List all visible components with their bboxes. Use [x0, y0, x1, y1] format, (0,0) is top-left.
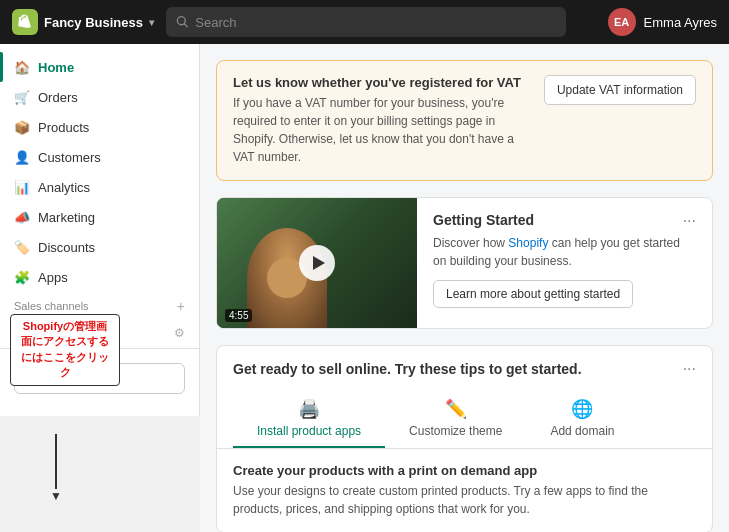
brand-chevron-icon: ▾ [149, 17, 154, 28]
top-navigation: Fancy Business ▾ EA Emma Ayres [0, 0, 729, 44]
sidebar-item-apps[interactable]: 🧩 Apps [0, 262, 199, 292]
update-vat-button[interactable]: Update VAT information [544, 75, 696, 105]
brand-name: Fancy Business [44, 15, 143, 30]
learn-more-button[interactable]: Learn more about getting started [433, 280, 633, 308]
search-bar[interactable] [166, 7, 566, 37]
tips-menu-dots[interactable]: ··· [683, 360, 696, 378]
customers-icon: 👤 [14, 149, 30, 165]
main-layout: 🏠 Home 🛒 Orders 📦 Products 👤 Customers 📊… [0, 44, 729, 532]
tips-card: Get ready to sell online. Try these tips… [216, 345, 713, 532]
sidebar-item-products[interactable]: 📦 Products [0, 112, 199, 142]
tab-customize-theme-label: Customize theme [409, 424, 502, 438]
tab-install-apps[interactable]: 🖨️ Install product apps [233, 390, 385, 448]
annotation-text: Shopifyの管理画面にアクセスするにはここをクリック [10, 314, 120, 386]
products-icon: 📦 [14, 119, 30, 135]
tips-content-title: Create your products with a print on dem… [233, 463, 696, 478]
getting-started-text: Getting Started ··· Discover how Shopify… [417, 198, 712, 328]
sidebar-label-analytics: Analytics [38, 180, 90, 195]
add-sales-channel-btn[interactable]: + [177, 298, 185, 314]
add-domain-icon: 🌐 [571, 398, 593, 420]
sidebar-label-marketing: Marketing [38, 210, 95, 225]
vat-desc: If you have a VAT number for your busine… [233, 94, 532, 166]
sidebar-label-customers: Customers [38, 150, 101, 165]
customize-theme-icon: ✏️ [445, 398, 467, 420]
card-header: Getting Started ··· [433, 212, 696, 234]
username: Emma Ayres [644, 15, 717, 30]
nav-right: EA Emma Ayres [608, 8, 717, 36]
getting-started-title: Getting Started [433, 212, 534, 228]
sales-channels-label: Sales channels [14, 300, 89, 312]
sidebar-label-home: Home [38, 60, 74, 75]
tips-tabs: 🖨️ Install product apps ✏️ Customize the… [217, 390, 712, 449]
tips-content-text: Use your designs to create custom printe… [233, 482, 696, 518]
tips-content: Create your products with a print on dem… [217, 449, 712, 532]
tab-install-apps-label: Install product apps [257, 424, 361, 438]
card-menu-dots[interactable]: ··· [683, 212, 696, 230]
getting-started-card: 4:55 Getting Started ··· Discover how Sh… [216, 197, 713, 329]
analytics-icon: 📊 [14, 179, 30, 195]
tab-add-domain-label: Add domain [550, 424, 614, 438]
apps-icon: 🧩 [14, 269, 30, 285]
online-store-settings-icon[interactable]: ⚙ [174, 326, 185, 340]
tips-header: Get ready to sell online. Try these tips… [217, 346, 712, 378]
sidebar-item-analytics[interactable]: 📊 Analytics [0, 172, 199, 202]
sidebar-label-apps: Apps [38, 270, 68, 285]
brand-area[interactable]: Fancy Business ▾ [12, 9, 154, 35]
shopify-logo [12, 9, 38, 35]
home-icon: 🏠 [14, 59, 30, 75]
install-apps-icon: 🖨️ [298, 398, 320, 420]
sidebar-item-orders[interactable]: 🛒 Orders [0, 82, 199, 112]
orders-icon: 🛒 [14, 89, 30, 105]
play-button[interactable] [299, 245, 335, 281]
getting-started-content: 4:55 Getting Started ··· Discover how Sh… [217, 198, 712, 328]
sidebar-item-discounts[interactable]: 🏷️ Discounts [0, 232, 199, 262]
sidebar-label-orders: Orders [38, 90, 78, 105]
video-duration: 4:55 [225, 309, 252, 322]
sidebar-item-marketing[interactable]: 📣 Marketing [0, 202, 199, 232]
shopify-link[interactable]: Shopify [508, 236, 548, 250]
tab-add-domain[interactable]: 🌐 Add domain [526, 390, 638, 448]
vat-banner: Let us know whether you've registered fo… [216, 60, 713, 181]
video-thumbnail[interactable]: 4:55 [217, 198, 417, 328]
marketing-icon: 📣 [14, 209, 30, 225]
sidebar-label-discounts: Discounts [38, 240, 95, 255]
main-content: Let us know whether you've registered fo… [200, 44, 729, 532]
vat-text: Let us know whether you've registered fo… [233, 75, 532, 166]
tips-title: Get ready to sell online. Try these tips… [233, 361, 582, 377]
search-icon [176, 15, 189, 29]
tab-customize-theme[interactable]: ✏️ Customize theme [385, 390, 526, 448]
getting-started-desc: Discover how Shopify can help you get st… [433, 234, 696, 270]
sidebar-item-customers[interactable]: 👤 Customers [0, 142, 199, 172]
search-input[interactable] [195, 15, 556, 30]
vat-title: Let us know whether you've registered fo… [233, 75, 532, 90]
annotation-arrow [55, 434, 57, 489]
sidebar-label-products: Products [38, 120, 89, 135]
discounts-icon: 🏷️ [14, 239, 30, 255]
sidebar-item-home[interactable]: 🏠 Home [0, 52, 199, 82]
avatar: EA [608, 8, 636, 36]
